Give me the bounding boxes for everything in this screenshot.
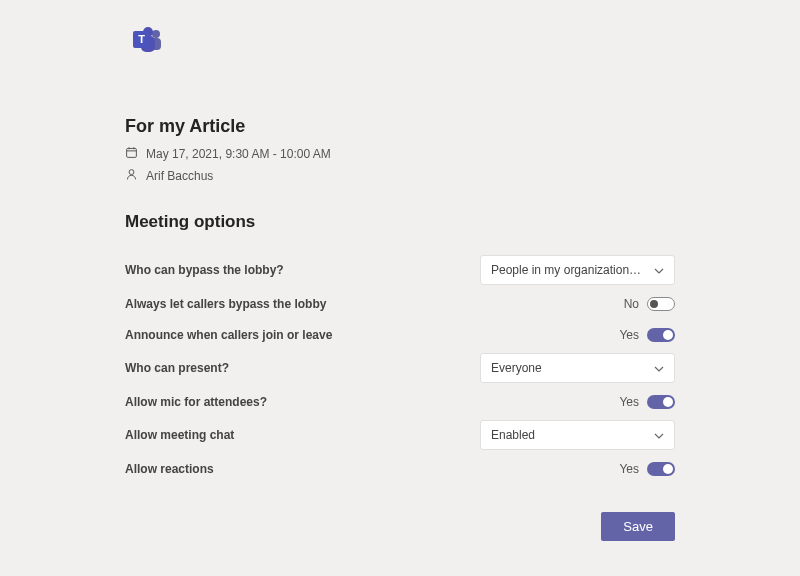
mic-toggle[interactable] [647,395,675,409]
toggle-state-mic: Yes [619,395,639,409]
announce-toggle[interactable] [647,328,675,342]
section-title: Meeting options [125,212,675,232]
chat-dropdown[interactable]: Enabled [480,420,675,450]
svg-point-10 [129,170,134,175]
option-label-chat: Allow meeting chat [125,428,234,442]
option-label-reactions: Allow reactions [125,462,214,476]
present-dropdown[interactable]: Everyone [480,353,675,383]
option-label-mic: Allow mic for attendees? [125,395,267,409]
toggle-state-announce: Yes [619,328,639,342]
meeting-datetime: May 17, 2021, 9:30 AM - 10:00 AM [146,147,331,161]
svg-rect-6 [127,148,137,157]
calendar-icon [125,146,138,162]
chevron-down-icon [654,361,664,375]
toggle-state-callers-bypass: No [624,297,639,311]
chevron-down-icon [654,428,664,442]
teams-logo-icon: T [131,24,675,60]
meeting-organizer: Arif Bacchus [146,169,213,183]
chevron-down-icon [654,263,664,277]
toggle-state-reactions: Yes [619,462,639,476]
svg-text:T: T [138,33,145,45]
reactions-toggle[interactable] [647,462,675,476]
option-label-callers-bypass: Always let callers bypass the lobby [125,297,326,311]
option-label-announce: Announce when callers join or leave [125,328,332,342]
meeting-organizer-row: Arif Bacchus [125,168,675,184]
option-label-bypass-lobby: Who can bypass the lobby? [125,263,284,277]
bypass-lobby-dropdown[interactable]: People in my organization and gu... [480,255,675,285]
save-button[interactable]: Save [601,512,675,541]
meeting-title: For my Article [125,116,675,137]
svg-point-0 [152,30,160,38]
person-icon [125,168,138,184]
option-label-present: Who can present? [125,361,229,375]
callers-bypass-toggle[interactable] [647,297,675,311]
meeting-datetime-row: May 17, 2021, 9:30 AM - 10:00 AM [125,146,675,162]
